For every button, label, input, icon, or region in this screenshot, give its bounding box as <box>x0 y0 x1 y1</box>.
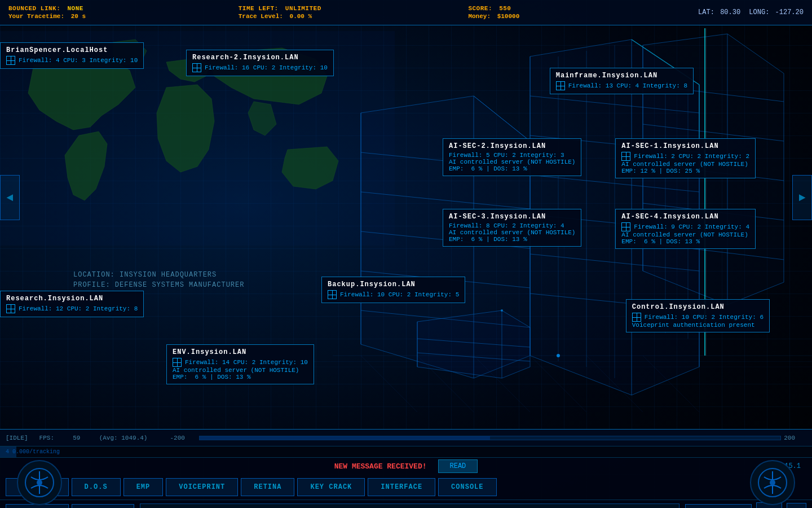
node-mainframe-title: Mainframe.Insysion.LAN <box>556 72 687 80</box>
node-ai-sec2-title: AI-SEC-2.Insysion.LAN <box>449 142 575 150</box>
emp-button[interactable]: EMP <box>123 478 164 496</box>
new-message-alert: New message received! <box>334 462 427 471</box>
hud-bounced-link: Bounced Link: None Your Tracetime: 20 s <box>8 5 239 20</box>
node-ai-sec3-title: AI-SEC-3.Insysion.LAN <box>449 213 575 221</box>
hud-score: Score: 550 Money: $10000 <box>468 5 698 20</box>
trace-level-value: 0.00 % <box>290 13 312 20</box>
tracking-progress <box>0 446 16 457</box>
svg-point-51 <box>501 309 503 312</box>
trace-level-label: Trace Level: <box>239 13 283 20</box>
node-research-main[interactable]: Research.Insysion.LAN Firewall: 12 CPU: … <box>0 291 144 317</box>
node-control-stats: Firewall: 10 CPU: 2 Integrity: 6 Voicepr… <box>632 313 764 329</box>
fps-value: 59 <box>73 435 80 441</box>
node-research-main-stats: Firewall: 12 CPU: 2 Integrity: 8 <box>6 304 138 313</box>
fps-label: FPS: <box>39 435 54 441</box>
tracking-bar: 4 0.000/tracking <box>0 446 812 458</box>
node-player-stats: Firewall: 4 CPU: 3 Integrity: 10 <box>6 56 138 65</box>
game-area: Bounced Link: None Your Tracetime: 20 s … <box>0 0 812 508</box>
money-label: Money: <box>468 13 491 20</box>
long-value: -127.20 <box>775 8 804 16</box>
bounced-link-value: None <box>67 5 83 12</box>
svg-marker-43 <box>417 310 530 378</box>
score-label: Score: <box>468 5 492 12</box>
status-message: Game difficulty: [Easy] <box>140 503 679 508</box>
range-start: -200 <box>170 435 184 441</box>
status-bar: Hardware Messages Game difficulty: [Easy… <box>0 500 812 508</box>
idle-state: [IDLE] <box>6 435 28 441</box>
hud-time: Time Left: Unlimited Trace Level: 0.00 % <box>239 5 469 20</box>
time-left-value: Unlimited <box>285 5 321 12</box>
interface-button[interactable]: Interface <box>368 478 435 496</box>
node-player-title: BrianSpencer.LocalHost <box>6 46 138 54</box>
message-bar: New message received! READ 0:15.1 <box>0 458 812 475</box>
location-info: Location: Insysion Headquarters Profile:… <box>73 271 244 289</box>
node-ai-sec1-stats: Firewall: 2 CPU: 2 Integrity: 2 AI contr… <box>621 152 749 174</box>
tracetime-label: Your Tracetime: <box>8 13 64 20</box>
location-profile: Profile: Defense Systems Manufacturer <box>73 281 244 289</box>
read-button[interactable]: READ <box>438 459 478 473</box>
nav-left-arrow[interactable]: ◄ <box>0 175 20 220</box>
lat-label: LAT: <box>698 8 714 16</box>
voiceprint-button[interactable]: Voiceprint <box>166 478 238 496</box>
svg-point-55 <box>770 480 775 485</box>
lat-value: 80.30 <box>720 8 740 16</box>
node-control-title: Control.Insysion.LAN <box>632 303 764 311</box>
node-ai-sec1[interactable]: AI-SEC-1.Insysion.LAN Firewall: 2 CPU: 2… <box>615 138 756 178</box>
objectives-area: Objectives 🏆 ? <box>685 502 806 508</box>
node-ai-sec4-title: AI-SEC-4.Insysion.LAN <box>621 213 749 221</box>
bottom-hud: [IDLE] FPS: 59 (Avg: 1049.4) -200 200 4 … <box>0 429 812 508</box>
dos-button[interactable]: D.O.S <box>72 478 121 496</box>
svg-point-50 <box>557 354 560 357</box>
node-research2-stats: Firewall: 16 CPU: 2 Integrity: 10 <box>192 63 328 72</box>
node-research2[interactable]: Research-2.Insysion.LAN Firewall: 16 CPU… <box>186 50 334 76</box>
retina-button[interactable]: Retina <box>241 478 294 496</box>
location-name: Location: Insysion Headquarters <box>73 271 244 279</box>
logo-left <box>17 460 62 505</box>
messages-button[interactable]: Messages <box>72 504 135 509</box>
node-env-stats: Firewall: 14 CPU: 2 Integrity: 10 AI con… <box>173 358 308 380</box>
logo-right <box>750 460 795 505</box>
svg-line-34 <box>361 356 417 412</box>
node-ai-sec2[interactable]: AI-SEC-2.Insysion.LAN Firewall: 5 CPU: 2… <box>443 138 581 176</box>
fps-avg: (Avg: 1049.4) <box>99 435 148 441</box>
console-button[interactable]: Console <box>438 478 496 496</box>
node-backup-title: Backup.Insysion.LAN <box>328 281 459 288</box>
node-mainframe[interactable]: Mainframe.Insysion.LAN Firewall: 13 CPU:… <box>550 68 694 94</box>
hud-coordinates: LAT: 80.30 LONG: -127.20 <box>698 8 804 16</box>
action-buttons-row: Firewall D.O.S EMP Voiceprint Retina Key… <box>0 475 812 500</box>
node-player[interactable]: BrianSpencer.LocalHost Firewall: 4 CPU: … <box>0 42 144 69</box>
node-control[interactable]: Control.Insysion.LAN Firewall: 10 CPU: 2… <box>626 299 770 332</box>
node-ai-sec4[interactable]: AI-SEC-4.Insysion.LAN Firewall: 9 CPU: 2… <box>615 209 756 249</box>
node-ai-sec1-title: AI-SEC-1.Insysion.LAN <box>621 142 749 150</box>
help-button[interactable]: ? <box>787 503 806 509</box>
node-backup[interactable]: Backup.Insysion.LAN Firewall: 10 CPU: 2 … <box>321 277 465 303</box>
node-research-main-title: Research.Insysion.LAN <box>6 295 138 303</box>
nav-right-arrow[interactable]: ► <box>792 175 812 220</box>
score-value: 550 <box>499 5 511 12</box>
node-research2-title: Research-2.Insysion.LAN <box>192 54 328 62</box>
node-mainframe-stats: Firewall: 13 CPU: 4 Integrity: 8 <box>556 81 687 90</box>
money-value: $10000 <box>497 13 520 20</box>
node-ai-sec2-stats: Firewall: 5 CPU: 2 Integrity: 3 AI contr… <box>449 152 575 172</box>
svg-point-53 <box>37 480 42 485</box>
node-env-title: ENV.Insysion.LAN <box>173 348 308 356</box>
bounced-link-label: Bounced Link: <box>8 5 60 12</box>
top-hud: Bounced Link: None Your Tracetime: 20 s … <box>0 0 812 25</box>
node-env[interactable]: ENV.Insysion.LAN Firewall: 14 CPU: 2 Int… <box>166 344 314 384</box>
bottom-stats-bar: [IDLE] FPS: 59 (Avg: 1049.4) -200 200 <box>0 430 812 446</box>
node-backup-stats: Firewall: 10 CPU: 2 Integrity: 5 <box>328 290 459 299</box>
time-left-label: Time Left: <box>239 5 279 12</box>
node-ai-sec3-stats: Firewall: 8 CPU: 2 Integrity: 4 AI contr… <box>449 222 575 243</box>
keycrack-button[interactable]: Key Crack <box>297 478 365 496</box>
node-ai-sec3[interactable]: AI-SEC-3.Insysion.LAN Firewall: 8 CPU: 2… <box>443 209 581 247</box>
range-end: 200 <box>784 435 795 441</box>
objectives-button[interactable]: Objectives <box>685 504 752 509</box>
fps-display: FPS: 59 (Avg: 1049.4) <box>39 435 159 441</box>
long-label: LONG: <box>749 8 769 16</box>
tracetime-value: 20 s <box>71 13 86 20</box>
node-ai-sec4-stats: Firewall: 9 CPU: 2 Integrity: 4 AI contr… <box>621 222 749 245</box>
